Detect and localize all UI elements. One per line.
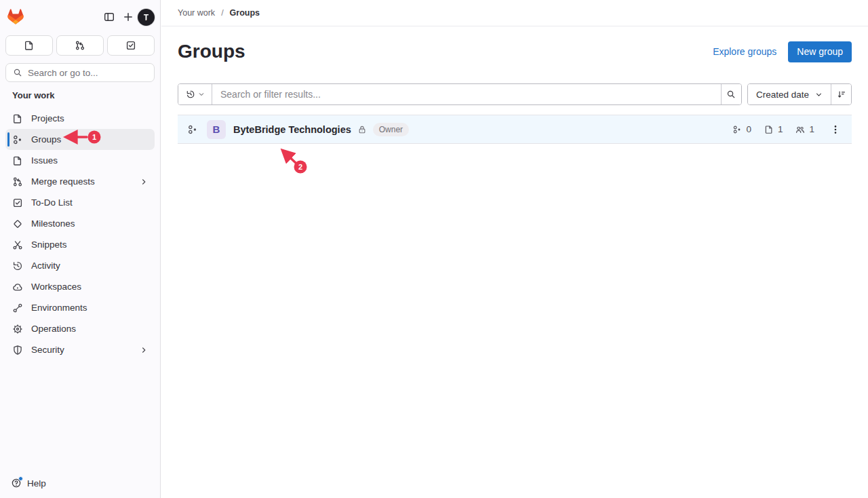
sidebar-item-label: Security (31, 345, 64, 355)
group-actions-kebab-menu[interactable] (829, 124, 842, 135)
sidebar-item-groups[interactable]: Groups (5, 129, 155, 150)
merge-request-icon (75, 40, 85, 51)
history-icon (186, 90, 195, 99)
members-count: 1 (795, 124, 814, 134)
avatar-letter: T (144, 12, 149, 22)
private-lock-icon (357, 125, 367, 134)
explore-groups-link[interactable]: Explore groups (713, 46, 776, 57)
shortcut-issues-button[interactable] (5, 35, 53, 56)
snippets-scissors-icon (12, 240, 23, 250)
milestone-icon (12, 218, 23, 229)
sidebar-item-label: Snippets (31, 240, 67, 250)
chevron-down-icon (198, 91, 205, 98)
sidebar-item-operations[interactable]: Operations (5, 318, 155, 339)
group-name-link[interactable]: ByteBridge Technologies (233, 124, 351, 135)
sidebar-item-label: Milestones (31, 218, 75, 229)
projects-icon (764, 125, 774, 134)
sort-controls: Created date (747, 83, 852, 105)
sidebar-toggle-button[interactable] (100, 7, 119, 26)
breadcrumb-your-work[interactable]: Your work (178, 8, 215, 18)
sort-by-dropdown[interactable]: Created date (748, 84, 831, 104)
chevron-right-icon (140, 346, 148, 354)
main-content: Your work / Groups Groups Explore groups… (161, 0, 868, 498)
sort-direction-button[interactable] (831, 84, 851, 104)
breadcrumb-separator: / (221, 8, 223, 18)
search-history-dropdown[interactable] (178, 84, 212, 104)
environments-icon (12, 303, 23, 313)
new-group-button[interactable]: New group (788, 41, 852, 62)
workspaces-cloud-icon (12, 282, 23, 292)
sidebar-item-milestones[interactable]: Milestones (5, 213, 155, 234)
group-row-stats: 0 1 1 (732, 124, 842, 135)
gitlab-logo[interactable] (7, 9, 24, 25)
create-new-button[interactable] (119, 7, 138, 26)
filter-bar: Created date (178, 83, 852, 105)
search-icon (13, 68, 22, 77)
sidebar-item-workspaces[interactable]: Workspaces (5, 276, 155, 297)
user-avatar[interactable]: T (138, 9, 155, 26)
breadcrumb: Your work / Groups (161, 0, 868, 26)
sidebar-menu: Projects Groups Issues Merge requests To… (5, 108, 155, 474)
help-label: Help (27, 478, 46, 489)
search-icon (726, 90, 736, 99)
sidebar-item-environments[interactable]: Environments (5, 297, 155, 318)
chevron-down-icon (815, 91, 823, 98)
group-avatar-letter: B (213, 123, 220, 135)
sidebar-item-label: Operations (31, 324, 76, 334)
sidebar-item-activity[interactable]: Activity (5, 255, 155, 276)
shortcut-merge-requests-button[interactable] (56, 35, 104, 56)
sidebar-item-merge-requests[interactable]: Merge requests (5, 171, 155, 192)
page-header: Groups Explore groups New group (161, 26, 868, 63)
sidebar-item-snippets[interactable]: Snippets (5, 234, 155, 255)
groups-icon (12, 134, 23, 145)
sidebar-item-label: Issues (31, 155, 58, 166)
header-actions: Explore groups New group (713, 41, 852, 62)
todo-check-icon (125, 40, 136, 51)
projects-count: 1 (764, 124, 783, 134)
breadcrumb-current: Groups (230, 8, 260, 18)
kebab-icon (830, 124, 841, 135)
subgroups-icon (732, 125, 742, 134)
panel-icon (104, 12, 115, 22)
search-submit-button[interactable] (721, 84, 741, 104)
sidebar-item-label: Merge requests (31, 176, 95, 187)
subgroups-count-value: 0 (746, 124, 751, 134)
global-search-input[interactable]: Search or go to... (5, 63, 155, 82)
subgroups-count: 0 (732, 124, 751, 134)
filter-search-input[interactable] (212, 84, 721, 104)
merge-request-icon (12, 176, 23, 187)
sidebar: T Search or go to... Your work Projects … (0, 0, 161, 498)
sidebar-top-bar: T (7, 5, 155, 28)
group-row[interactable]: B ByteBridge Technologies Owner 0 1 1 (178, 115, 852, 144)
operations-gear-icon (12, 324, 23, 334)
help-notification-dot (18, 476, 23, 481)
activity-history-icon (12, 261, 23, 271)
subgroups-icon (187, 124, 198, 135)
sidebar-item-label: Activity (31, 261, 60, 271)
help-button[interactable]: Help (5, 474, 155, 493)
sidebar-item-security[interactable]: Security (5, 339, 155, 360)
sidebar-item-label: Projects (31, 113, 64, 123)
group-avatar: B (207, 120, 226, 139)
sidebar-item-projects[interactable]: Projects (5, 108, 155, 129)
chevron-right-icon (140, 178, 148, 186)
members-icon (795, 125, 805, 134)
plus-icon (123, 12, 134, 22)
sidebar-item-todo-list[interactable]: To-Do List (5, 192, 155, 213)
page-title: Groups (178, 40, 245, 63)
shortcut-todos-button[interactable] (107, 35, 155, 56)
subgroups-toggle[interactable] (187, 124, 198, 135)
projects-count-value: 1 (778, 124, 783, 134)
sidebar-item-label: To-Do List (31, 197, 73, 208)
help-question-icon (11, 478, 22, 489)
issues-icon (24, 40, 35, 51)
filtered-search (178, 83, 742, 105)
sidebar-section-label: Your work (5, 82, 155, 108)
sidebar-item-issues[interactable]: Issues (5, 150, 155, 171)
todo-check-icon (12, 197, 23, 208)
role-badge: Owner (373, 123, 409, 136)
sort-by-label: Created date (756, 90, 809, 100)
sidebar-item-label: Workspaces (31, 282, 81, 292)
sidebar-shortcuts (5, 35, 155, 56)
projects-icon (12, 113, 23, 124)
